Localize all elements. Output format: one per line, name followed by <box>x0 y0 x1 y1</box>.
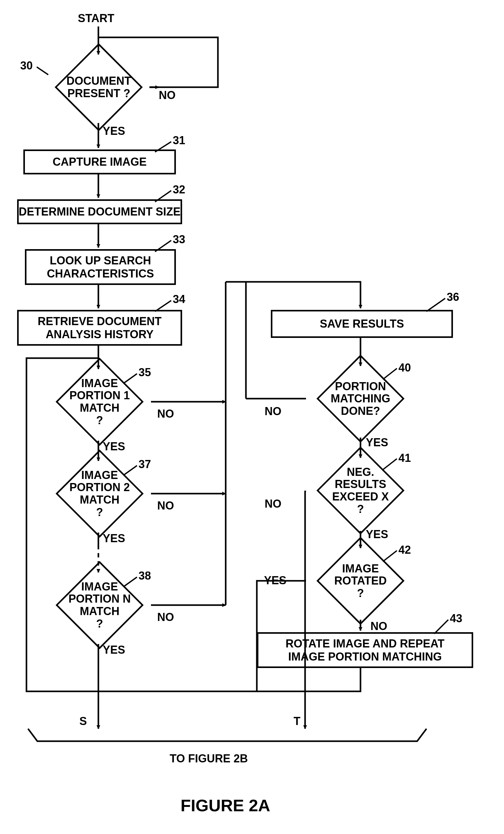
node-30: DOCUMENT PRESENT ? <box>47 51 151 123</box>
no-37: NO <box>157 499 174 512</box>
node-30-text: DOCUMENT PRESENT ? <box>47 51 151 123</box>
no-30: NO <box>159 89 176 102</box>
node-37-text: IMAGE PORTION 2 MATCH ? <box>47 455 153 532</box>
yes-42: YES <box>264 574 287 587</box>
no-38: NO <box>157 611 174 624</box>
node-40-text: PORTION MATCHING DONE? <box>306 360 415 438</box>
node-31: CAPTURE IMAGE <box>23 150 176 174</box>
svg-line-33 <box>434 620 448 634</box>
yes-41: YES <box>366 528 388 541</box>
node-32: DETERMINE DOCUMENT SIZE <box>17 199 182 224</box>
flowchart-canvas: START 30 DOCUMENT PRESENT ? NO YES 31 CA… <box>0 0 504 834</box>
no-35: NO <box>157 407 174 420</box>
node-41: NEG. RESULTS EXCEED X ? <box>306 450 415 531</box>
no-40: NO <box>265 405 281 418</box>
start-label: START <box>78 12 114 25</box>
no-42: NO <box>370 620 387 633</box>
node-36: SAVE RESULTS <box>271 310 453 338</box>
ref-30: 30 <box>20 59 33 72</box>
ref-34: 34 <box>173 293 185 306</box>
ref-33: 33 <box>173 233 185 246</box>
ref-36: 36 <box>447 290 459 304</box>
yes-30: YES <box>103 125 125 138</box>
node-38-text: IMAGE PORTION N MATCH ? <box>47 566 153 644</box>
node-43: ROTATE IMAGE AND REPEAT IMAGE PORTION MA… <box>257 632 473 668</box>
node-41-text: NEG. RESULTS EXCEED X ? <box>306 450 415 531</box>
to-figure-2b: TO FIGURE 2B <box>170 752 248 765</box>
no-41: NO <box>265 497 281 510</box>
figure-title: FIGURE 2A <box>181 796 270 815</box>
yes-38: YES <box>103 643 125 657</box>
yes-35: YES <box>103 440 125 453</box>
svg-line-29 <box>427 298 445 311</box>
node-42-text: IMAGE ROTATED ? <box>306 542 415 620</box>
node-35-text: IMAGE PORTION 1 MATCH ? <box>47 363 153 441</box>
yes-40: YES <box>366 436 388 449</box>
s-label: S <box>79 715 87 728</box>
node-33: LOOK UP SEARCH CHARACTERISTICS <box>25 249 176 285</box>
node-34: RETRIEVE DOCUMENT ANALYSIS HISTORY <box>17 310 182 346</box>
t-label: T <box>294 715 300 728</box>
node-37: IMAGE PORTION 2 MATCH ? <box>47 455 153 532</box>
node-42: IMAGE ROTATED ? <box>306 542 415 620</box>
ref-43: 43 <box>450 612 462 625</box>
ref-32: 32 <box>173 183 185 196</box>
node-38: IMAGE PORTION N MATCH ? <box>47 566 153 644</box>
node-40: PORTION MATCHING DONE? <box>306 360 415 438</box>
ref-31: 31 <box>173 134 185 147</box>
yes-37: YES <box>103 532 125 545</box>
node-35: IMAGE PORTION 1 MATCH ? <box>47 363 153 441</box>
